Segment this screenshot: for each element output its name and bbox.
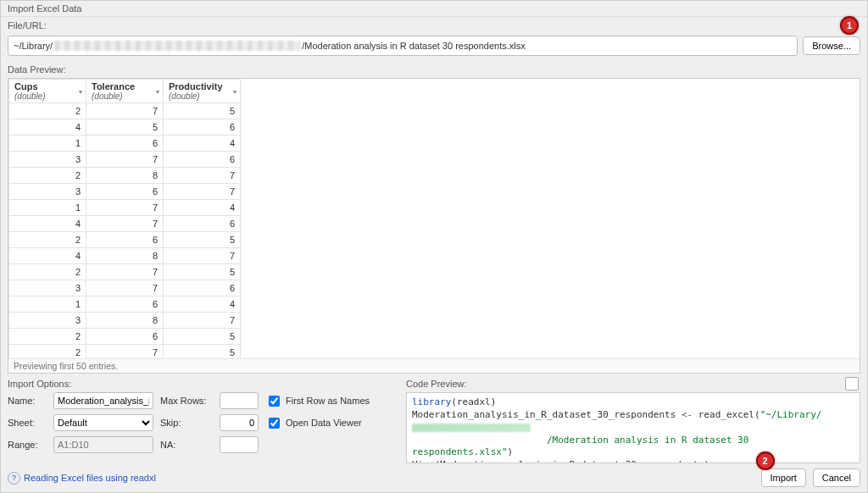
sheet-select[interactable]: Default — [53, 414, 153, 431]
callout-2: 2 — [756, 451, 775, 470]
file-path-redacted — [54, 41, 300, 51]
table-cell: 4 — [9, 216, 86, 232]
table-cell: 7 — [164, 313, 241, 329]
help-link[interactable]: ? Reading Excel files using readxl — [8, 472, 156, 485]
help-link-text: Reading Excel files using readxl — [24, 473, 156, 483]
table-cell: 6 — [86, 296, 164, 313]
name-input[interactable] — [53, 392, 153, 409]
table-cell: 2 — [9, 345, 86, 359]
column-header[interactable]: Tolerance(double)▾ — [86, 80, 164, 103]
file-url-input[interactable]: ~/Library/ /Moderation analysis in R dat… — [8, 36, 798, 56]
table-row: 456 — [9, 119, 241, 136]
cancel-button[interactable]: Cancel — [813, 468, 860, 487]
chevron-down-icon[interactable]: ▾ — [156, 87, 159, 95]
table-cell: 3 — [9, 184, 86, 200]
table-row: 376 — [9, 280, 241, 296]
table-row: 174 — [9, 200, 241, 216]
table-row: 275 — [9, 264, 241, 280]
table-cell: 7 — [164, 184, 241, 200]
table-cell: 7 — [86, 280, 164, 296]
table-row: 265 — [9, 232, 241, 248]
table-cell: 6 — [164, 152, 241, 168]
table-row: 476 — [9, 216, 241, 232]
import-options-label: Import Options: — [8, 379, 398, 389]
open-viewer-checkbox-row[interactable]: Open Data Viewer — [265, 415, 398, 431]
code-preview-panel: Code Preview: library(readxl) Moderation… — [406, 379, 860, 463]
import-dialog: Import Excel Data File/URL: ~/Library/ /… — [0, 0, 868, 493]
chevron-down-icon[interactable]: ▾ — [233, 87, 236, 95]
table-row: 275 — [9, 345, 241, 359]
data-preview-table: Cups(double)▾Tolerance(double)▾Productiv… — [8, 79, 241, 358]
help-icon: ? — [8, 472, 20, 485]
column-header[interactable]: Cups(double)▾ — [9, 80, 86, 103]
table-cell: 3 — [9, 313, 86, 329]
table-row: 164 — [9, 136, 241, 152]
data-preview-panel: Cups(double)▾Tolerance(double)▾Productiv… — [8, 78, 860, 374]
table-cell: 5 — [164, 103, 241, 119]
maxrows-input[interactable] — [220, 392, 259, 409]
skip-label: Skip: — [160, 418, 213, 428]
table-row: 376 — [9, 152, 241, 168]
table-cell: 1 — [9, 296, 86, 313]
table-cell: 8 — [86, 313, 164, 329]
preview-footer-text: Previewing first 50 entries. — [8, 358, 860, 373]
table-cell: 1 — [9, 136, 86, 152]
copy-code-icon[interactable] — [845, 377, 859, 391]
column-header[interactable]: Productivity(double)▾ — [164, 80, 241, 103]
na-label: NA: — [160, 440, 213, 450]
table-cell: 4 — [9, 248, 86, 264]
window-title: Import Excel Data — [1, 1, 867, 17]
range-input[interactable] — [53, 436, 153, 453]
table-cell: 4 — [164, 296, 241, 313]
file-path-prefix: ~/Library/ — [14, 41, 53, 51]
table-cell: 2 — [9, 264, 86, 280]
first-row-checkbox-row[interactable]: First Row as Names — [265, 393, 398, 409]
table-cell: 7 — [86, 152, 164, 168]
table-cell: 5 — [164, 329, 241, 345]
table-row: 265 — [9, 329, 241, 345]
chevron-down-icon[interactable]: ▾ — [79, 87, 82, 95]
code-preview-text[interactable]: library(readxl) Moderation_analysis_in_R… — [406, 392, 860, 463]
table-cell: 5 — [164, 264, 241, 280]
table-cell: 4 — [9, 119, 86, 136]
import-button[interactable]: Import — [761, 468, 806, 487]
maxrows-label: Max Rows: — [160, 396, 213, 406]
table-cell: 2 — [9, 103, 86, 119]
code-path-redacted — [412, 424, 531, 432]
table-cell: 2 — [9, 329, 86, 345]
table-cell: 6 — [86, 184, 164, 200]
data-preview-table-scroll[interactable]: Cups(double)▾Tolerance(double)▾Productiv… — [8, 79, 860, 358]
table-cell: 5 — [164, 345, 241, 359]
table-cell: 8 — [86, 168, 164, 184]
code-preview-label: Code Preview: — [406, 379, 467, 389]
na-input[interactable] — [220, 436, 259, 453]
name-label: Name: — [8, 396, 47, 406]
table-cell: 6 — [164, 119, 241, 136]
table-cell: 2 — [9, 168, 86, 184]
range-label: Range: — [8, 440, 47, 450]
table-cell: 6 — [86, 232, 164, 248]
callout-1: 1 — [840, 16, 859, 35]
file-path-suffix: /Moderation analysis in R dataset 30 res… — [302, 41, 526, 51]
table-cell: 7 — [164, 248, 241, 264]
table-cell: 5 — [164, 232, 241, 248]
first-row-label: First Row as Names — [286, 396, 370, 406]
first-row-checkbox[interactable] — [269, 396, 280, 407]
open-viewer-label: Open Data Viewer — [286, 418, 362, 428]
open-viewer-checkbox[interactable] — [269, 418, 280, 429]
data-preview-label: Data Preview: — [1, 61, 867, 78]
table-cell: 7 — [86, 264, 164, 280]
table-cell: 4 — [164, 136, 241, 152]
table-row: 287 — [9, 168, 241, 184]
table-cell: 7 — [164, 168, 241, 184]
table-cell: 7 — [86, 216, 164, 232]
file-url-label: File/URL: — [1, 17, 867, 34]
table-row: 367 — [9, 184, 241, 200]
table-row: 387 — [9, 313, 241, 329]
table-cell: 6 — [86, 329, 164, 345]
table-cell: 8 — [86, 248, 164, 264]
table-cell: 7 — [86, 200, 164, 216]
skip-input[interactable] — [220, 414, 259, 431]
sheet-label: Sheet: — [8, 418, 47, 428]
browse-button[interactable]: Browse... — [803, 36, 860, 55]
